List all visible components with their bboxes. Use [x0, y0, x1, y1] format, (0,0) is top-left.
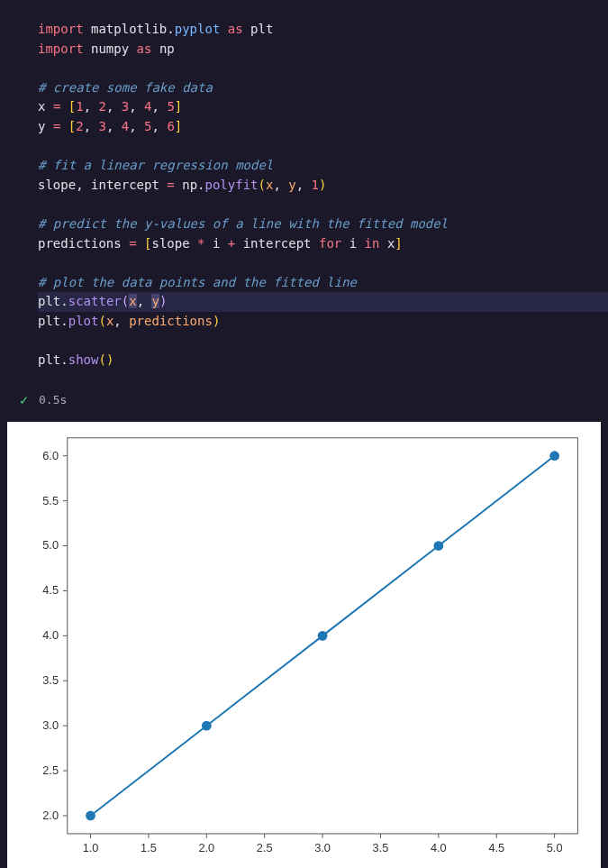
y-tick-label: 2.0 — [42, 809, 59, 822]
kw-import: import — [38, 22, 84, 36]
code-line — [38, 195, 599, 215]
code-line-highlighted: plt.scatter(x, y) — [38, 292, 608, 312]
success-check-icon: ✓ — [20, 390, 28, 411]
y-tick-label: 3.0 — [42, 718, 59, 732]
x-tick-label: 3.5 — [373, 840, 389, 854]
y-tick-label: 2.5 — [42, 763, 59, 777]
y-tick-label: 3.5 — [42, 673, 59, 687]
scatter-point — [433, 541, 443, 551]
code-comment: # fit a linear regression model — [38, 156, 599, 176]
execution-status: ✓ 0.5s — [0, 387, 608, 422]
execution-time: 0.5s — [39, 391, 67, 409]
x-tick-label: 4.0 — [431, 840, 447, 854]
scatter-point — [318, 631, 328, 641]
code-comment: # create some fake data — [38, 78, 599, 98]
x-tick-label: 2.0 — [198, 840, 214, 854]
code-line: plt.plot(x, predictions) — [38, 312, 599, 332]
x-tick-label: 5.0 — [547, 840, 563, 854]
code-line — [38, 59, 599, 78]
scatter-point — [86, 811, 95, 821]
code-line: predictions = [slope * i + intercept for… — [38, 234, 599, 254]
code-comment: # plot the data points and the fitted li… — [38, 273, 599, 293]
code-line — [38, 137, 599, 157]
code-line: import numpy as np — [38, 40, 599, 59]
y-tick-label: 6.0 — [42, 449, 59, 462]
plot-output: 1.01.52.02.53.03.54.04.55.02.02.53.03.54… — [7, 422, 601, 868]
code-line: import matplotlib.pyplot as plt — [38, 20, 599, 40]
x-tick-label: 3.0 — [314, 840, 331, 854]
x-tick-label: 1.5 — [141, 840, 157, 854]
y-tick-label: 5.5 — [42, 493, 59, 507]
code-line: slope, intercept = np.polyfit(x, y, 1) — [38, 176, 599, 196]
scatter-point — [549, 451, 559, 461]
code-comment: # predict the y-values of a line with th… — [38, 215, 599, 234]
y-tick-label: 5.0 — [42, 538, 59, 552]
code-line: y = [2, 3, 4, 5, 6] — [38, 117, 599, 137]
matplotlib-figure: 1.01.52.02.53.03.54.04.55.02.02.53.03.54… — [13, 427, 595, 864]
y-tick-label: 4.0 — [42, 628, 59, 642]
x-tick-label: 2.5 — [257, 840, 273, 854]
y-tick-label: 4.5 — [42, 583, 59, 597]
code-block[interactable]: import matplotlib.pyplot as plt import n… — [0, 0, 608, 387]
code-line — [38, 332, 599, 352]
scatter-point — [202, 721, 212, 731]
code-line: plt.show() — [38, 351, 599, 370]
code-line: x = [1, 2, 3, 4, 5] — [38, 97, 599, 117]
x-tick-label: 1.0 — [83, 840, 99, 854]
x-tick-label: 4.5 — [488, 840, 504, 854]
code-line — [38, 253, 599, 273]
